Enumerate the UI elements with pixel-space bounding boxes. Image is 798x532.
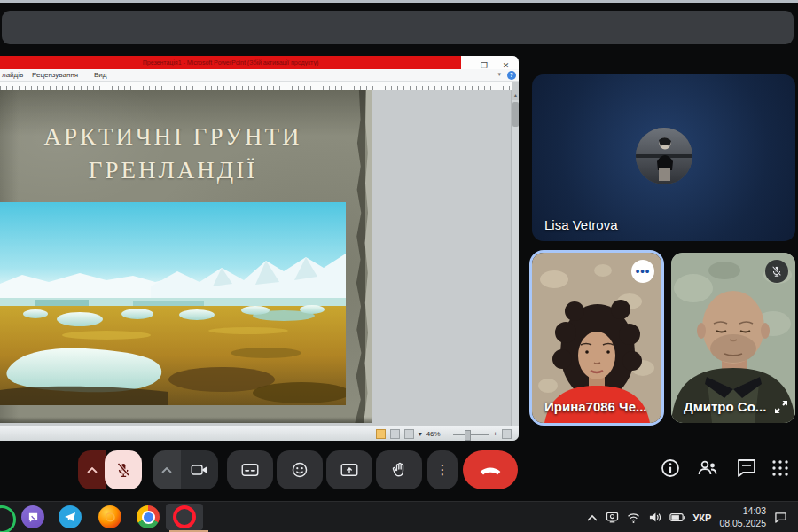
desktop-screen: Презентація1 - Microsoft PowerPoint (Збі… — [0, 0, 798, 532]
ppt-window-controls: ❐ ✕ — [461, 56, 519, 69]
tray-clock[interactable]: 14:03 08.05.2025 — [719, 505, 766, 528]
more-vert-icon: ⋮ — [436, 462, 450, 478]
mic-toggle-button-muted[interactable] — [105, 450, 142, 489]
captions-icon — [241, 463, 259, 477]
participant-tile-iryna[interactable]: ••• Ирина7086 Че... — [532, 253, 661, 423]
normal-view-button[interactable] — [376, 429, 386, 439]
slide-title-line2: ГРЕНЛАНДІЇ — [0, 153, 346, 187]
battery-icon[interactable] — [669, 512, 685, 522]
ribbon-tab-review[interactable]: Рецензування — [32, 71, 78, 79]
raise-hand-button[interactable] — [376, 450, 422, 489]
taskbar-whatsapp-icon[interactable] — [0, 505, 16, 532]
zoom-slider[interactable] — [453, 434, 489, 435]
scroll-up-arrow[interactable]: ▲ — [512, 90, 519, 100]
ppt-status-bar: ▾ 46% − + — [0, 426, 519, 441]
ribbon-collapse-caret[interactable]: ▾ — [497, 71, 501, 78]
top-rounded-toolbar — [2, 11, 794, 44]
taskbar-chrome-icon[interactable] — [137, 505, 160, 528]
present-screen-button[interactable] — [326, 450, 372, 489]
language-indicator[interactable]: УКР — [693, 512, 712, 523]
hand-icon — [391, 462, 407, 478]
zoom-out-button[interactable]: − — [445, 430, 450, 438]
reactions-button[interactable] — [277, 450, 323, 489]
ppt-ribbon-tabs: лайдів Рецензування Вид ▾ ? — [0, 69, 519, 82]
chevron-up-icon — [87, 467, 98, 473]
camera-icon — [191, 463, 208, 477]
zoom-slider-thumb[interactable] — [465, 430, 471, 441]
ribbon-tab-view[interactable]: Вид — [94, 71, 106, 79]
chat-button[interactable] — [736, 458, 757, 479]
status-caret-icon[interactable]: ▾ — [419, 430, 422, 438]
mic-options-chevron-button[interactable] — [78, 450, 106, 489]
mic-off-icon — [115, 462, 131, 478]
windows-taskbar: УКР 14:03 08.05.2025 — [0, 501, 798, 532]
reading-view-button[interactable] — [404, 429, 414, 439]
camera-options-chevron-button[interactable] — [153, 450, 181, 489]
captions-button[interactable] — [227, 450, 273, 489]
participant-tile-lisa[interactable]: Lisa Vetrova — [532, 74, 795, 241]
slide-photo-greenland-tundra — [0, 202, 346, 405]
present-icon — [340, 463, 358, 477]
tray-app-icon[interactable] — [606, 512, 619, 523]
slide-canvas[interactable]: АРКТИЧНІ ГРУНТИ ГРЕНЛАНДІЇ — [0, 90, 372, 423]
mic-muted-badge — [765, 260, 788, 283]
more-options-badge[interactable]: ••• — [631, 260, 654, 283]
taskbar-opera-icon[interactable] — [173, 505, 196, 528]
notification-center-icon[interactable] — [774, 512, 787, 523]
tray-date: 08.05.2025 — [719, 518, 766, 529]
participant-name: Lisa Vetrova — [544, 217, 618, 232]
chevron-up-icon — [161, 467, 172, 473]
participant-tile-dmytro[interactable]: Дмитро Со... — [671, 253, 795, 423]
slide-title-line1: АРКТИЧНІ ГРУНТИ — [0, 120, 346, 153]
scroll-thumb[interactable] — [512, 102, 519, 127]
meeting-details-button[interactable] — [660, 458, 681, 479]
taskbar-firefox-icon[interactable] — [98, 505, 121, 528]
camera-toggle-button[interactable] — [181, 450, 218, 489]
system-tray: УКР 14:03 08.05.2025 — [587, 502, 787, 532]
volume-icon[interactable] — [648, 512, 661, 523]
more-options-button[interactable]: ⋮ — [427, 450, 458, 489]
end-call-icon — [479, 462, 502, 478]
taskbar-telegram-icon[interactable] — [59, 505, 82, 528]
help-icon[interactable]: ? — [507, 71, 516, 80]
ribbon-tab-slideshow[interactable]: лайдів — [2, 71, 23, 79]
tray-hidden-icons-chevron[interactable] — [587, 514, 598, 521]
mic-off-icon — [771, 265, 783, 278]
tray-time: 14:03 — [719, 505, 766, 517]
expand-tile-icon[interactable] — [774, 400, 788, 414]
taskbar-viber-icon[interactable] — [21, 505, 44, 528]
zoom-in-button[interactable]: + — [493, 430, 497, 438]
zoom-level-label: 46% — [426, 430, 441, 438]
ppt-title-bar[interactable]: Презентація1 - Microsoft PowerPoint (Збі… — [0, 56, 461, 69]
slide-title: АРКТИЧНІ ГРУНТИ ГРЕНЛАНДІЇ — [0, 120, 346, 187]
avatar-photo — [636, 128, 692, 184]
ppt-vertical-scrollbar[interactable]: ▲ — [511, 90, 519, 426]
powerpoint-window: Презентація1 - Microsoft PowerPoint (Збі… — [0, 56, 519, 441]
slide-sorter-view-button[interactable] — [390, 429, 400, 439]
wifi-icon[interactable] — [627, 512, 640, 523]
top-edge-line — [0, 0, 798, 3]
end-call-button[interactable] — [463, 450, 518, 489]
participant-name: Ирина7086 Че... — [544, 399, 647, 414]
fit-to-window-button[interactable] — [502, 429, 512, 439]
smiley-icon — [292, 462, 308, 478]
slide-bottom-shadow — [0, 417, 372, 423]
slide-torn-edge — [354, 90, 365, 423]
avatar — [636, 128, 692, 184]
ppt-slide-editor: АРКТИЧНІ ГРУНТИ ГРЕНЛАНДІЇ — [0, 90, 519, 426]
participant-name: Дмитро Со... — [684, 399, 766, 414]
activities-grid-button[interactable] — [770, 458, 791, 479]
participants-button[interactable] — [697, 458, 718, 479]
